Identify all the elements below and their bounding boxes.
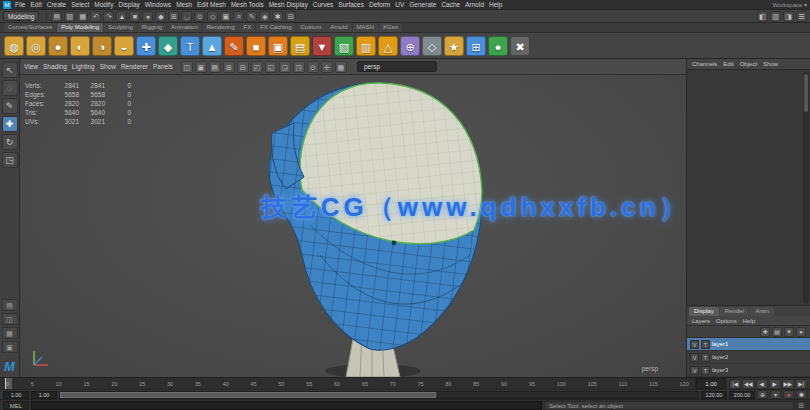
statusline-icon[interactable]: ▦ [77,11,88,22]
menu-item[interactable]: Mesh [176,1,192,8]
layer-type-toggle[interactable]: T [701,340,710,349]
menu-set-dropdown[interactable]: Modeling [3,11,39,21]
menu-item[interactable]: UV [395,1,404,8]
shelf-tool-icon[interactable]: T [180,36,200,56]
layout-preset-button[interactable]: ▦ [2,327,18,339]
range-slider-handle[interactable] [60,392,436,398]
shelf-tab[interactable]: Custom [297,23,326,32]
time-slider-track[interactable]: 0510152025303540455055606570758085909510… [0,378,696,389]
shelf-tool-icon[interactable]: ✚ [136,36,156,56]
current-frame-field[interactable]: 1.00 [696,378,726,389]
shelf-tab[interactable]: FX Caching [256,23,295,32]
statusline-icon[interactable]: ◆ [155,11,166,22]
sidebar-toggle-icon[interactable]: ☰ [796,11,807,22]
statusline-icon[interactable]: ⊞ [168,11,179,22]
playback-button[interactable]: ▶▶ [782,379,794,389]
shelf-tool-icon[interactable]: ▼ [312,36,332,56]
shelf-tool-icon[interactable]: ✎ [224,36,244,56]
playback-button[interactable]: |◀ [729,379,741,389]
shelf-tab[interactable]: Arnold [326,23,351,32]
channel-box-menu-item[interactable]: Channels [692,61,717,67]
viewport-menu-item[interactable]: Renderer [121,63,148,70]
layer-editor-menu-item[interactable]: Options [716,318,737,324]
menu-item[interactable]: Curves [313,1,334,8]
statusline-icon[interactable]: ◡ [181,11,192,22]
statusline-icon[interactable]: ◈ [259,11,270,22]
shelf-tool-icon[interactable]: △ [378,36,398,56]
shelf-tool-icon[interactable]: ✖ [510,36,530,56]
workspace-selector[interactable]: Workspace ▾ [772,1,807,8]
menu-item[interactable]: Create [47,1,67,8]
layer-editor-tab[interactable]: Display [689,307,719,316]
shelf-tab[interactable]: Curves/Surfaces [4,23,56,32]
layout-preset-button[interactable]: ▣ [2,341,18,353]
playback-button[interactable]: ▶ [769,379,781,389]
menu-item[interactable]: Mesh Tools [231,1,264,8]
playback-start-field[interactable]: 1.00 [31,391,57,399]
menu-item[interactable]: Help [489,1,502,8]
menu-item[interactable]: Mesh Display [269,1,308,8]
menu-item[interactable]: Select [71,1,89,8]
animation-end-field[interactable]: 200.00 [729,391,755,399]
shelf-tab[interactable]: Rendering [203,23,239,32]
viewport-menu-item[interactable]: Lighting [72,63,95,70]
scrollbar[interactable] [803,72,809,303]
tool-icon[interactable]: ↖ [2,62,18,78]
statusline-icon[interactable]: ⊙ [194,11,205,22]
viewport-menu-item[interactable]: Shading [43,63,67,70]
tool-icon[interactable]: ◌ [2,80,18,96]
scrollbar-thumb[interactable] [804,74,808,112]
viewport-toolbar-icon[interactable]: ◱ [265,61,277,73]
shelf-tab[interactable]: MASH [353,23,378,32]
selected-vertex[interactable] [392,241,397,246]
layer-visibility-toggle[interactable]: V [690,366,699,375]
shelf-tab[interactable]: Sculpting [104,23,137,32]
statusline-icon[interactable]: ↶ [90,11,101,22]
statusline-icon[interactable]: ◇ [207,11,218,22]
viewport-toolbar-icon[interactable]: ⊞ [223,61,235,73]
menu-item[interactable]: Modify [94,1,113,8]
shelf-tool-icon[interactable]: ⊞ [466,36,486,56]
menu-item[interactable]: Surfaces [338,1,364,8]
statusline-icon[interactable]: ✱ [272,11,283,22]
shelf-tab[interactable]: Rigging [138,23,166,32]
viewport-toolbar-icon[interactable]: ▦ [335,61,347,73]
playback-button[interactable]: ◀ [756,379,768,389]
channel-box-area[interactable] [687,70,810,305]
playback-button[interactable]: ▶| [795,379,807,389]
viewport-menu-item[interactable]: View [24,63,38,70]
channel-box-menu-item[interactable]: Object [740,61,757,67]
statusline-icon[interactable]: ● [142,11,153,22]
command-input[interactable] [31,401,542,410]
tool-icon[interactable]: ↻ [2,134,18,150]
shelf-tool-icon[interactable]: ◆ [158,36,178,56]
shelf-tab[interactable]: FX [239,23,255,32]
layer-visibility-toggle[interactable]: V [690,353,699,362]
layer-toolbar-icon[interactable]: ▤ [772,327,782,337]
shelf-tab[interactable]: Poly Modeling [57,23,103,32]
tool-icon[interactable]: ✚ [2,116,18,132]
playback-end-field[interactable]: 120.00 [701,391,727,399]
shelf-tab[interactable]: Animation [167,23,202,32]
viewport-toolbar-icon[interactable]: ◳ [293,61,305,73]
viewport-camera-field[interactable]: persp [357,61,437,72]
statusline-icon[interactable]: ▲ [116,11,127,22]
statusline-icon[interactable]: ▧ [64,11,75,22]
statusline-icon[interactable]: ≡ [233,11,244,22]
layer-toolbar-icon[interactable]: ● [796,327,806,337]
viewport-menu-item[interactable]: Panels [153,63,173,70]
anim-option-button[interactable]: ● [783,390,794,399]
menu-item[interactable]: Display [118,1,139,8]
layer-row[interactable]: V T layer3 [687,364,810,377]
layer-row[interactable]: V T layer2 [687,351,810,364]
viewport-canvas[interactable]: Verts: 2841 2841 0 Edges: 5658 5658 0 Fa… [20,75,686,377]
statusline-icon[interactable]: ▤ [51,11,62,22]
viewport-menu-item[interactable]: Show [100,63,116,70]
statusline-icon[interactable]: ⊟ [285,11,296,22]
sidebar-toggle-icon[interactable]: ◧ [757,11,768,22]
head-model[interactable] [20,75,686,377]
menu-item[interactable]: Edit Mesh [197,1,226,8]
animation-start-field[interactable]: 1.00 [3,391,29,399]
menu-item[interactable]: File [15,1,25,8]
tool-icon[interactable]: ◳ [2,152,18,168]
